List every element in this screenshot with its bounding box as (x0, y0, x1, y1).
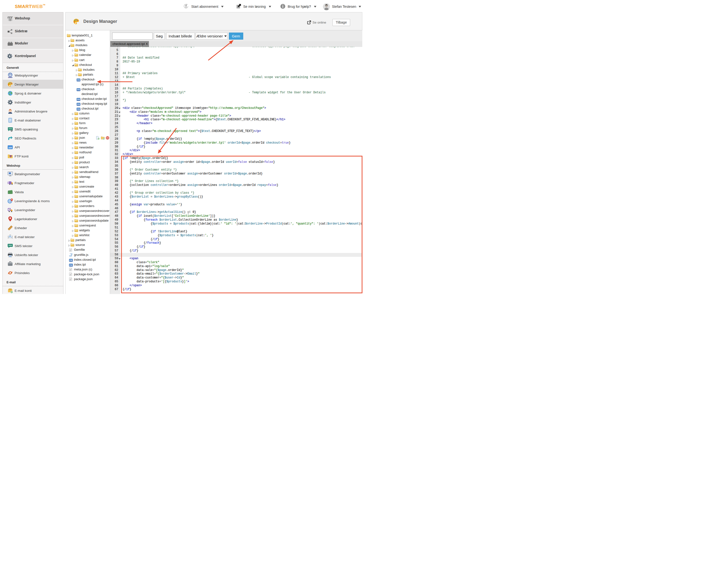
svg-text:www: www (8, 76, 13, 78)
svg-text:HTML: HTML (69, 264, 73, 266)
svg-text:HTML: HTML (77, 79, 80, 81)
svg-text:HTML: HTML (77, 104, 80, 105)
svg-text:HTML: HTML (77, 109, 80, 110)
svg-text:HTML: HTML (77, 99, 80, 100)
svg-text:API: API (8, 146, 12, 149)
svg-text:HTML: HTML (69, 259, 73, 261)
svg-text:HTML: HTML (77, 89, 80, 90)
